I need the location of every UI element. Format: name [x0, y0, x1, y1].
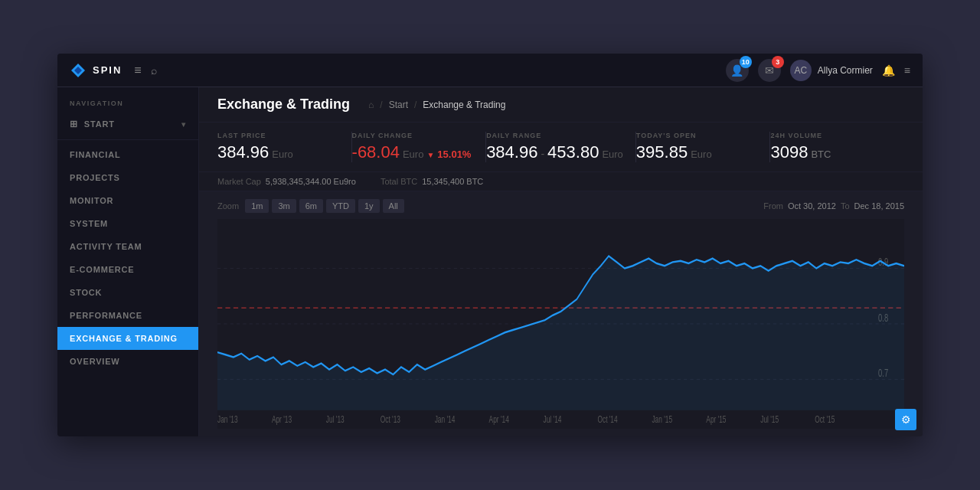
svg-text:Apr '13: Apr '13	[272, 413, 292, 424]
settings-gear-btn[interactable]: ⚙	[895, 409, 916, 430]
start-icon: ⊞	[70, 119, 78, 129]
to-label: To	[841, 201, 850, 211]
page-title: Exchange & Trading	[217, 96, 350, 113]
notifications-badge: 10	[740, 56, 752, 68]
sidebar-item-projects[interactable]: PROJECTS	[57, 166, 198, 189]
market-info-row: Market Cap 5,938,345,344.00 Eu9ro Total …	[199, 172, 923, 191]
from-label: From	[763, 201, 783, 211]
sidebar-item-financial[interactable]: FINANCIAL	[57, 143, 198, 166]
chart-area: Zoom 1m 3m 6m YTD 1y All From Oct 30, 20…	[199, 191, 923, 436]
todays-open-currency: Euro	[691, 149, 711, 160]
stat-label: DAILY CHANGE	[352, 132, 474, 139]
stat-24h-volume: 24H VOLUME 3098 BTC	[770, 132, 904, 162]
notifications-btn[interactable]: 👤 10	[726, 59, 749, 82]
range-low: 384.96	[486, 142, 537, 162]
stat-value: 395.85 Euro	[636, 142, 758, 162]
sidebar-item-label: PERFORMANCE	[70, 311, 142, 320]
messages-btn[interactable]: ✉ 3	[758, 59, 781, 82]
to-value: Dec 18, 2015	[854, 201, 904, 211]
home-icon[interactable]: ⌂	[368, 100, 374, 110]
sidebar-item-overview[interactable]: OVERVIEW	[57, 350, 198, 373]
sidebar-item-stock[interactable]: STOCK	[57, 281, 198, 304]
zoom-1m[interactable]: 1m	[245, 199, 269, 213]
svg-text:Oct '14: Oct '14	[597, 413, 617, 424]
top-nav: SPIN ≡ ⌕ 👤 10 ✉ 3 AC Allya Cormier 🔔 ≡	[57, 54, 923, 87]
stat-value: 384.96 - 453.80 Euro	[486, 142, 623, 162]
zoom-label: Zoom	[217, 201, 239, 211]
from-value: Oct 30, 2012	[788, 201, 836, 211]
user-info[interactable]: AC Allya Cormier	[790, 60, 873, 81]
pct-arrow-icon: ▼	[426, 151, 434, 159]
svg-text:Jan '14: Jan '14	[435, 413, 456, 424]
total-btc-label: Total BTC	[381, 177, 417, 186]
logo-text: SPIN	[93, 64, 122, 76]
last-price-value: 384.96	[217, 142, 269, 162]
logo-area: SPIN	[70, 62, 122, 79]
breadcrumb-sep: /	[380, 100, 382, 110]
sidebar-item-activity-team[interactable]: ACTIVITY TEAM	[57, 235, 198, 258]
menu-dots-icon[interactable]: ≡	[904, 64, 910, 77]
market-cap-value: 5,938,345,344.00 Eu9ro	[266, 177, 356, 186]
messages-badge: 3	[772, 56, 784, 68]
svg-text:Oct '15: Oct '15	[815, 413, 835, 424]
top-nav-right: 👤 10 ✉ 3 AC Allya Cormier 🔔 ≡	[726, 59, 910, 82]
gear-icon: ⚙	[901, 413, 911, 426]
sidebar-item-label: FINANCIAL	[70, 150, 120, 159]
sidebar-item-performance[interactable]: PERFORMANCE	[57, 304, 198, 327]
zoom-1y[interactable]: 1y	[358, 199, 380, 213]
stats-row: LAST PRICE 384.96 Euro DAILY CHANGE -68.…	[199, 122, 923, 172]
main-layout: NAVIGATION ⊞ START FINANCIAL PROJECTS MO…	[57, 87, 923, 436]
stat-label: DAILY RANGE	[486, 132, 623, 139]
sidebar-item-label: PROJECTS	[70, 173, 120, 182]
sidebar-section-label: NAVIGATION	[57, 87, 198, 112]
zoom-ytd[interactable]: YTD	[326, 199, 355, 213]
range-sep: -	[541, 148, 544, 160]
zoom-all[interactable]: All	[383, 199, 404, 213]
breadcrumb-start[interactable]: Start	[389, 100, 408, 110]
market-cap-info: Market Cap 5,938,345,344.00 Eu9ro	[217, 177, 356, 186]
sidebar-item-ecommerce[interactable]: E-COMMERCE	[57, 258, 198, 281]
breadcrumb-bar: Exchange & Trading ⌂ / Start / Exchange …	[199, 87, 923, 122]
breadcrumb-current: Exchange & Trading	[423, 100, 505, 110]
price-chart: 0.9 0.8 0.7 Jan '13 Apr '13 Jul '13 Oct …	[217, 219, 904, 429]
search-icon[interactable]: ⌕	[151, 64, 157, 77]
sidebar-item-label: STOCK	[70, 288, 102, 297]
svg-text:Jan '13: Jan '13	[217, 413, 238, 424]
stat-label: TODAY'S OPEN	[636, 132, 758, 139]
stat-label: LAST PRICE	[217, 132, 339, 139]
daily-change-pct: 15.01%	[437, 149, 471, 160]
stat-value: -68.04 Euro ▼ 15.01%	[352, 142, 474, 162]
app-container: SPIN ≡ ⌕ 👤 10 ✉ 3 AC Allya Cormier 🔔 ≡ N…	[57, 54, 923, 436]
bell-icon[interactable]: 🔔	[882, 64, 895, 77]
stat-todays-open: TODAY'S OPEN 395.85 Euro	[636, 132, 771, 162]
divider	[57, 139, 198, 140]
stat-label: 24H VOLUME	[770, 132, 892, 139]
stat-daily-change: DAILY CHANGE -68.04 Euro ▼ 15.01%	[352, 132, 487, 162]
sidebar-item-monitor[interactable]: MONITOR	[57, 189, 198, 212]
chart-controls: Zoom 1m 3m 6m YTD 1y All From Oct 30, 20…	[217, 199, 904, 213]
hamburger-icon[interactable]: ≡	[134, 64, 141, 77]
sidebar-item-label: ACTIVITY TEAM	[70, 242, 142, 251]
stat-last-price: LAST PRICE 384.96 Euro	[217, 132, 352, 162]
last-price-currency: Euro	[272, 149, 292, 160]
volume-value: 3098	[770, 142, 808, 162]
daily-change-currency: Euro	[403, 149, 423, 160]
svg-text:Apr '14: Apr '14	[489, 413, 509, 424]
sidebar-item-label: START	[84, 119, 115, 129]
market-cap-label: Market Cap	[217, 177, 261, 186]
volume-currency: BTC	[811, 149, 831, 160]
daily-change-value: -68.04	[352, 142, 400, 162]
sidebar-item-label: SYSTEM	[70, 219, 108, 228]
sidebar-item-exchange[interactable]: EXCHANGE & TRADING	[57, 327, 198, 350]
sidebar-item-start[interactable]: ⊞ START	[57, 112, 198, 136]
sidebar-item-label: E-COMMERCE	[70, 265, 134, 274]
content-area: Exchange & Trading ⌂ / Start / Exchange …	[199, 87, 923, 436]
chart-date-range: From Oct 30, 2012 To Dec 18, 2015	[763, 201, 904, 211]
sidebar-item-system[interactable]: SYSTEM	[57, 212, 198, 235]
range-currency: Euro	[602, 149, 622, 160]
svg-text:Jul '13: Jul '13	[326, 413, 345, 424]
sidebar: NAVIGATION ⊞ START FINANCIAL PROJECTS MO…	[57, 87, 199, 436]
zoom-6m[interactable]: 6m	[299, 199, 323, 213]
breadcrumb-sep2: /	[414, 100, 416, 110]
zoom-3m[interactable]: 3m	[272, 199, 296, 213]
